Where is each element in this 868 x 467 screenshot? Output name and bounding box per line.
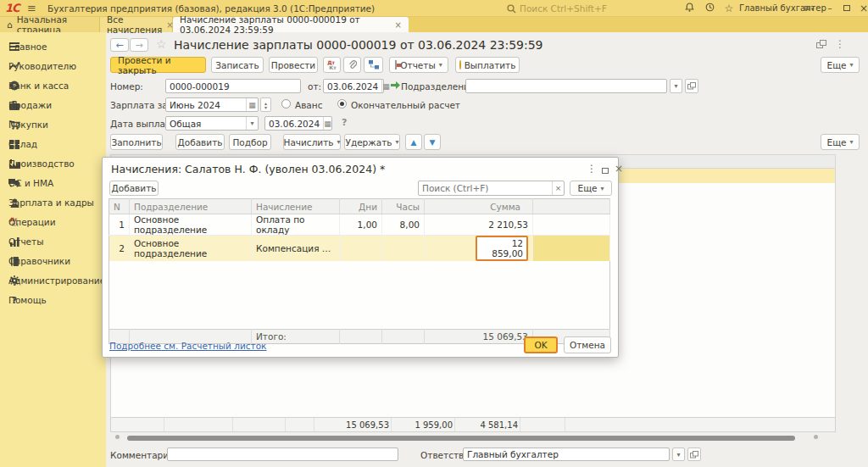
pay-button[interactable]: Выплатить	[455, 57, 520, 73]
comment-input[interactable]	[167, 448, 398, 461]
sidebar-item-help[interactable]: ?Помощь	[0, 291, 106, 309]
favorite-star-icon[interactable]: ☆	[156, 37, 167, 51]
sidebar-item-warehouse[interactable]: Склад	[0, 135, 106, 153]
dt-kt-postings-button[interactable]: Дт Кт	[323, 57, 341, 73]
minimize-button[interactable]: –	[822, 3, 837, 14]
scroll-left-icon[interactable]	[115, 435, 120, 439]
favorites-star-icon[interactable]: ☆	[721, 3, 737, 14]
sum-cell-editor[interactable]: 12 859,00	[476, 236, 528, 261]
accrue-button[interactable]: Начислить▾	[283, 134, 341, 150]
related-documents-button[interactable]	[364, 57, 383, 73]
save-button[interactable]: Записать	[211, 57, 264, 73]
table-empty-area[interactable]	[109, 261, 610, 329]
total-sum: 15 069,53	[425, 329, 533, 343]
sidebar-item-manager[interactable]: Руководителю	[0, 57, 106, 75]
department-open-button[interactable]	[685, 79, 698, 93]
add-row-button[interactable]: Добавить	[175, 134, 225, 150]
main-menu-icon[interactable]: ≡	[27, 2, 36, 14]
nav-forward-button[interactable]: →	[130, 38, 148, 52]
col-n[interactable]: N	[109, 199, 130, 214]
tab-all-accruals[interactable]: Все начисления ×	[100, 17, 173, 32]
notifications-bell-icon[interactable]	[682, 3, 697, 14]
fill-button[interactable]: Заполнить	[110, 134, 163, 150]
tab-close-icon[interactable]: ×	[395, 20, 402, 30]
sidebar-item-reports[interactable]: Отчеты	[0, 232, 106, 251]
service-menu-icon[interactable]: ≡▾	[801, 3, 816, 14]
dialog-search-input[interactable]: ×	[418, 181, 565, 196]
sidebar-item-directories[interactable]: Справочники	[0, 252, 106, 270]
pay-date-input[interactable]: 03.06.2024▦	[264, 116, 332, 131]
col-hours[interactable]: Часы	[382, 199, 425, 214]
tab-doc-label: Начисление зарплаты 0000-000019 от 03.06…	[180, 14, 391, 35]
attachments-button[interactable]	[343, 57, 361, 73]
responsible-input[interactable]: Главный бухгалтер	[463, 448, 670, 461]
calendar-icon[interactable]: ▦	[246, 98, 258, 111]
pick-button[interactable]: Подбор	[229, 134, 271, 150]
app-title: Бухгалтерия предприятия (базовая), редак…	[47, 3, 375, 14]
nav-back-button[interactable]: ←	[110, 38, 129, 52]
move-down-button[interactable]: ▼	[424, 134, 441, 150]
move-up-button[interactable]: ▲	[405, 134, 422, 150]
final-calc-radio[interactable]	[337, 99, 347, 108]
payslip-link[interactable]: Подробнее см. Расчетный листок	[109, 341, 266, 351]
dialog-maximize-icon[interactable]	[599, 164, 611, 176]
col-department[interactable]: Подразделение	[130, 199, 252, 214]
department-input[interactable]	[465, 79, 667, 93]
col-sum[interactable]: Сумма	[425, 199, 533, 214]
clear-search-icon[interactable]: ×	[552, 181, 564, 195]
final-calc-radio-label[interactable]: Окончательный расчет	[351, 100, 460, 110]
sidebar-item-bank-cash[interactable]: PБанк и касса	[0, 76, 106, 95]
horizontal-scrollbar[interactable]	[127, 436, 795, 441]
salary-month-input[interactable]: Июнь 2024▦	[165, 97, 259, 112]
responsible-open-button[interactable]	[687, 448, 701, 461]
dialog-close-icon[interactable]: ×	[613, 163, 625, 175]
ok-button[interactable]: OK	[524, 336, 558, 353]
global-search[interactable]: Поиск Ctrl+Shift+F	[507, 2, 675, 15]
calendar-icon[interactable]: ▦	[381, 80, 390, 92]
col-days[interactable]: Дни	[340, 199, 382, 214]
responsible-dropdown-button[interactable]: ▾	[672, 448, 685, 461]
department-dropdown-button[interactable]: ▾	[670, 79, 682, 93]
history-icon[interactable]	[702, 3, 717, 14]
link-icon[interactable]	[816, 40, 826, 52]
sidebar-item-production[interactable]: Производство	[0, 154, 106, 173]
post-button[interactable]: Провести	[269, 57, 318, 73]
calendar-icon[interactable]: ▦	[323, 117, 331, 130]
sidebar-item-salary-hr[interactable]: Зарплата и кадры	[0, 193, 106, 212]
help-icon[interactable]: ?	[342, 117, 347, 128]
doc-date-input[interactable]: 03.06.2024▦	[323, 79, 384, 93]
dialog-add-button[interactable]: Добавить	[109, 181, 159, 196]
reports-button[interactable]: Отчеты▾	[389, 57, 448, 73]
number-input[interactable]	[165, 79, 301, 93]
dialog-search-field[interactable]	[419, 183, 552, 193]
table-row-selected[interactable]: 2 Основное подразделение Компенсация отп…	[109, 236, 610, 262]
sidebar-item-administration[interactable]: Администрирование	[0, 271, 106, 290]
table-row[interactable]: 1 Основное подразделение Оплата по оклад…	[109, 214, 610, 236]
doc-more-dots-icon[interactable]: ⋮	[835, 38, 845, 50]
cancel-button[interactable]: Отмена	[564, 336, 611, 353]
dialog-more-button[interactable]: Еще▾	[570, 181, 612, 196]
advance-radio[interactable]	[281, 99, 291, 108]
tab-salary-accrual-active[interactable]: Начисление зарплаты 0000-000019 от 03.06…	[173, 17, 409, 32]
coin-icon	[459, 60, 461, 69]
col-accrual[interactable]: Начисление	[252, 199, 340, 214]
set-current-date-icon[interactable]	[390, 80, 401, 92]
sidebar-item-main[interactable]: Главное	[0, 37, 106, 56]
sidebar-item-purchases[interactable]: Покупки	[0, 115, 106, 134]
pay-date-mode-select[interactable]: Общая▾	[165, 116, 259, 131]
sidebar-nav: Главное Руководителю PБанк и касса Прода…	[0, 32, 106, 467]
table-more-button[interactable]: Еще▾	[821, 134, 860, 150]
scroll-right-icon[interactable]	[814, 435, 818, 439]
post-and-close-button[interactable]: Провести и закрыть	[110, 57, 206, 73]
month-stepper[interactable]: ▴▾	[260, 97, 271, 112]
restore-button[interactable]	[839, 3, 854, 14]
sidebar-item-fixed-assets[interactable]: ОС и НМА	[0, 174, 106, 192]
advance-radio-label[interactable]: Аванс	[295, 100, 322, 110]
withhold-button[interactable]: Удержать▾	[344, 134, 400, 150]
dialog-more-dots-icon[interactable]: ⋮	[586, 163, 598, 175]
close-window-button[interactable]: ×	[856, 3, 868, 14]
tab-home-page[interactable]: ⌂ Начальная страница	[0, 17, 100, 32]
sidebar-item-sales[interactable]: Продажи	[0, 96, 106, 114]
doc-more-button[interactable]: Еще▾	[821, 57, 860, 73]
sidebar-item-operations[interactable]: Дт КтОперации	[0, 213, 106, 231]
